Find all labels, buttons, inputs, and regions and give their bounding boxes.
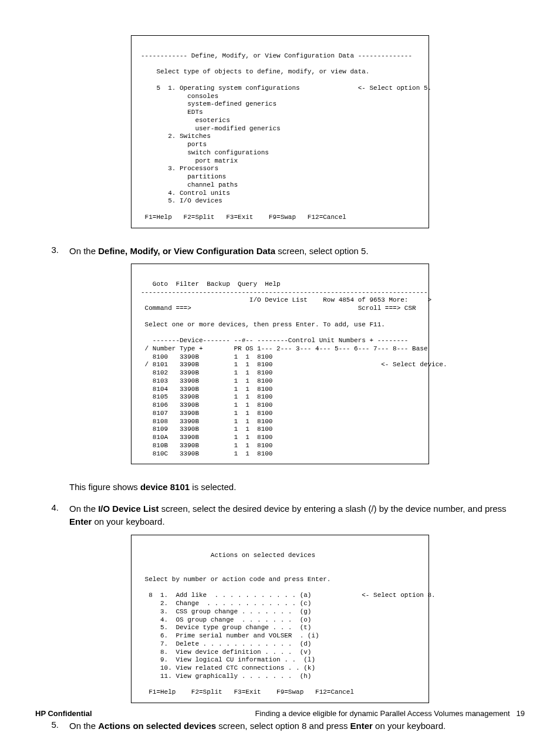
screen2-hdr2: / Number Type + PR OS 1--- 2--- 3--- 4--… — [141, 345, 427, 352]
screen1-line: esoterics — [141, 117, 230, 124]
footer-section-title: Finding a device eligible for dynamic Pa… — [255, 709, 510, 718]
t: screen, select the desired device by ent… — [159, 504, 507, 514]
screen1-line: switch configurations — [141, 149, 269, 156]
screen1-line: ports — [141, 141, 207, 148]
list-item: 7. Delete . . . . . . . . . . . . (d) — [141, 640, 311, 647]
screen1-prompt: Select type of objects to define, modify… — [141, 68, 369, 75]
screen1-line: user-modified generics — [141, 125, 281, 132]
screen2-rule: ----------------------------------------… — [141, 289, 427, 296]
screen3-title: Actions on selected devices — [141, 552, 315, 559]
screen3-fkeys: F1=Help F2=Split F3=Exit F9=Swap F12=Can… — [141, 688, 354, 696]
table-row: 8107 3390B 1 1 8100 — [141, 410, 272, 417]
list-item: 9. View logical CU information . . (l) — [141, 656, 315, 663]
screen1-line: 3. Processors — [141, 165, 218, 172]
screen1-line: 4. Control units — [141, 190, 230, 197]
list-item: 3. CSS group change . . . . . . . (g) — [141, 608, 311, 615]
t-bold: device 8101 — [140, 482, 190, 492]
list-item: 4. OS group change . . . . . . . (o) — [141, 616, 311, 623]
screen1-line: port matrix — [141, 157, 238, 164]
figure-caption: This figure shows device 8101 is selecte… — [69, 481, 525, 494]
step-number: 4. — [35, 502, 69, 529]
t: On the — [69, 504, 98, 514]
table-row: 8102 3390B 1 1 8100 — [141, 369, 272, 376]
screen2-title: I/O Device List Row 4854 of 9653 More: > — [141, 296, 431, 303]
screen1-line: EDTs — [141, 109, 203, 116]
t-bold: Enter — [350, 721, 373, 731]
screen1-line: consoles — [141, 93, 218, 100]
table-row: 8103 3390B 1 1 8100 — [141, 377, 272, 384]
screen3-instr: Select by number or action code and pres… — [141, 576, 330, 583]
t: on your keyboard. — [373, 721, 446, 731]
screen1-line: system-defined generics — [141, 100, 276, 107]
table-row: 8105 3390B 1 1 8100 — [141, 393, 272, 400]
screen1-line: 5 1. Operating system configurations <- … — [141, 85, 431, 92]
table-row: 8104 3390B 1 1 8100 — [141, 386, 272, 393]
screen1-line: 2. Switches — [141, 133, 211, 140]
step-text: On the Define, Modify, or View Configura… — [69, 245, 525, 258]
step-number: 5. — [35, 720, 69, 733]
table-row: 810B 3390B 1 1 8100 — [141, 442, 272, 449]
t-bold: Actions on selected devices — [98, 721, 216, 731]
screen1-title: ------------ Define, Modify, or View Con… — [141, 52, 412, 59]
footer-confidential: HP Confidential — [35, 709, 92, 718]
table-row: 8106 3390B 1 1 8100 — [141, 401, 272, 409]
table-row: 8109 3390B 1 1 8100 — [141, 426, 272, 433]
screen-define-modify: ------------ Define, Modify, or View Con… — [131, 35, 429, 228]
page-footer: HP Confidential Finding a device eligibl… — [35, 709, 525, 718]
screen2-menu: Goto Filter Backup Query Help — [141, 281, 281, 288]
t-bold: I/O Device List — [98, 504, 158, 514]
screen1-line: 5. I/O devices — [141, 197, 222, 204]
screen1-fkeys: F1=Help F2=Split F3=Exit F9=Swap F12=Can… — [141, 214, 346, 221]
table-row: 810C 3390B 1 1 8100 — [141, 450, 272, 457]
step-4: 4. On the I/O Device List screen, select… — [35, 502, 525, 529]
screen2-command: Command ===> Scroll ===> CSR — [141, 305, 416, 312]
t: screen, select option 8 and press — [216, 721, 350, 731]
screen1-line: partitions — [141, 173, 226, 180]
list-item: 11. View graphically . . . . . . . (h) — [141, 673, 311, 680]
t: On the — [69, 246, 98, 256]
t: is selected. — [190, 482, 236, 492]
list-item: 5. Device type group change . . . (t) — [141, 624, 311, 631]
table-row: 8100 3390B 1 1 8100 — [141, 353, 272, 360]
table-row: 810A 3390B 1 1 8100 — [141, 434, 272, 441]
t-bold: Define, Modify, or View Configuration Da… — [98, 246, 275, 256]
screen2-instr: Select one or more devices, then press E… — [141, 321, 385, 328]
t: screen, select option 5. — [275, 246, 368, 256]
list-item: 8 1. Add like . . . . . . . . . . . (a) … — [141, 592, 436, 599]
screen1-line: channel paths — [141, 181, 238, 188]
step-3: 3. On the Define, Modify, or View Config… — [35, 245, 525, 258]
step-number: 3. — [35, 245, 69, 258]
t: on your keyboard. — [92, 517, 164, 526]
list-item: 2. Change . . . . . . . . . . . . (c) — [141, 600, 311, 607]
screen-io-device-list: Goto Filter Backup Query Help ----------… — [131, 264, 429, 464]
page-number: 19 — [517, 709, 525, 718]
table-row: 8108 3390B 1 1 8100 — [141, 418, 272, 425]
screen2-hdr1: -------Device------- --#-- --------Contr… — [141, 337, 408, 344]
t-bold: Enter — [69, 517, 92, 526]
list-item: 6. Prime serial number and VOLSER . (i) — [141, 632, 319, 639]
list-item: 8. View device definition . . . . (v) — [141, 649, 311, 656]
step-text: On the Actions on selected devices scree… — [69, 720, 525, 733]
table-row: / 8101 3390B 1 1 8100 <- Select device. — [141, 361, 447, 368]
step-5: 5. On the Actions on selected devices sc… — [35, 720, 525, 733]
list-item: 10. View related CTC connections . . (k) — [141, 664, 315, 671]
footer-right: Finding a device eligible for dynamic Pa… — [255, 709, 525, 718]
t: On the — [69, 721, 98, 731]
screen-actions: Actions on selected devices Select by nu… — [131, 535, 429, 703]
step-text: On the I/O Device List screen, select th… — [69, 502, 525, 529]
t: This figure shows — [69, 482, 140, 492]
